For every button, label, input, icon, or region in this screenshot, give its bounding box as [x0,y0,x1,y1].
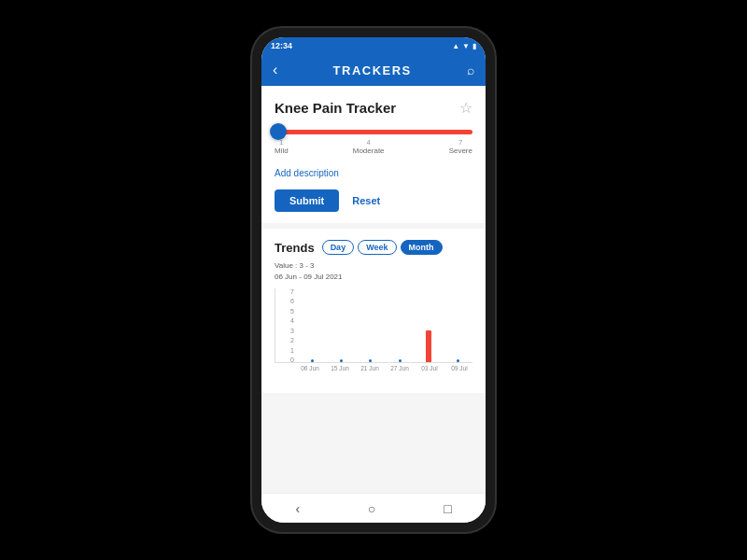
header-title: TRACKERS [333,63,412,77]
slider-label-moderate-text: Moderate [353,147,385,155]
period-month-button[interactable]: Month [401,240,443,255]
slider-label-severe-text: Severe [449,147,472,155]
battery-icon: ▮ [472,42,476,50]
chart-dot-6 [457,359,459,362]
x-axis-labels: 06 Jun 15 Jun 21 Jun 27 Jun 03 Jul 09 Ju… [275,365,472,371]
y-axis-labels: 0 1 2 3 4 5 6 7 [275,288,294,363]
chart-col-3 [358,287,383,362]
tracker-header: Knee Pain Tracker ☆ [275,99,472,117]
chart-dot-4 [399,359,402,362]
chart-container: 0 1 2 3 4 5 6 7 [275,288,472,382]
signal-icon: ▲ [452,42,459,50]
period-day-button[interactable]: Day [322,240,355,255]
phone-frame: 12:34 ▲ ▼ ▮ ‹ TRACKERS ⌕ Knee Pain Track… [252,28,495,532]
trends-card: Trends Day Week Month Value : 3 - 3 06 J… [261,229,486,393]
slider-label-mild: 1 Mild [275,138,289,155]
trends-value-range: Value : 3 - 3 [275,260,472,272]
chart-area: 0 1 2 3 4 5 6 7 [275,288,472,363]
x-label-1: 06 Jun [297,365,323,371]
trends-title: Trends [275,241,315,255]
y-label-4: 4 [275,317,294,324]
y-label-6: 6 [275,298,294,304]
trends-header: Trends Day Week Month [275,240,472,255]
action-buttons: Submit Reset [275,189,472,212]
chart-dot-2 [340,359,343,362]
chart-col-6 [445,287,471,362]
x-label-3: 21 Jun [357,365,383,371]
chart-bars [298,287,472,362]
chart-col-1 [300,287,325,362]
add-description-link[interactable]: Add description [275,168,339,178]
app-header: ‹ TRACKERS ⌕ [261,54,486,86]
phone-screen: 12:34 ▲ ▼ ▮ ‹ TRACKERS ⌕ Knee Pain Track… [261,37,486,523]
search-icon[interactable]: ⌕ [467,63,474,77]
main-content: Knee Pain Tracker ☆ 1 Mild 4 [261,86,486,493]
nav-back-icon[interactable]: ‹ [295,501,300,516]
x-label-6: 09 Jul [446,365,472,371]
slider-label-moderate: 4 Moderate [353,138,385,155]
slider-label-mild-text: Mild [275,147,289,155]
tracker-card: Knee Pain Tracker ☆ 1 Mild 4 [261,86,486,223]
submit-button[interactable]: Submit [275,189,339,212]
y-label-7: 7 [275,288,294,295]
chart-col-5 [416,287,442,362]
slider-tick-7: 7 [458,138,462,147]
tracker-title: Knee Pain Tracker [275,100,396,116]
x-label-5: 03 Jul [416,365,443,371]
slider-tick-4: 4 [366,138,370,147]
back-button[interactable]: ‹ [273,62,277,78]
status-bar: 12:34 ▲ ▼ ▮ [261,37,486,54]
y-label-3: 3 [275,328,294,334]
chart-dot-3 [369,359,372,362]
y-label-5: 5 [275,308,294,315]
y-label-2: 2 [275,337,294,343]
slider-track[interactable] [275,130,472,134]
favorite-icon[interactable]: ☆ [459,99,472,117]
status-time: 12:34 [271,41,292,50]
chart-col-2 [329,287,354,362]
status-icons: ▲ ▼ ▮ [452,42,476,50]
pain-slider-container: 1 Mild 4 Moderate 7 Severe [275,130,472,155]
nav-bar: ‹ ○ □ [261,493,486,523]
x-label-2: 15 Jun [327,365,353,371]
reset-button[interactable]: Reset [348,189,384,212]
slider-labels: 1 Mild 4 Moderate 7 Severe [275,138,472,155]
trends-meta: Value : 3 - 3 06 Jun - 09 Jul 2021 [275,260,472,283]
y-label-1: 1 [275,347,294,354]
slider-thumb[interactable] [270,123,287,140]
y-label-0: 0 [275,357,294,363]
wifi-icon: ▼ [462,42,470,50]
chart-col-4 [388,287,413,362]
slider-label-severe: 7 Severe [449,138,472,155]
trends-date-range: 06 Jun - 09 Jul 2021 [275,272,472,283]
chart-bar-5 [426,330,431,362]
chart-dot-1 [311,359,314,362]
period-buttons: Day Week Month [322,240,443,255]
nav-home-icon[interactable]: ○ [368,501,375,516]
nav-recents-icon[interactable]: □ [444,501,451,516]
x-label-4: 27 Jun [387,365,413,371]
period-week-button[interactable]: Week [358,240,396,255]
